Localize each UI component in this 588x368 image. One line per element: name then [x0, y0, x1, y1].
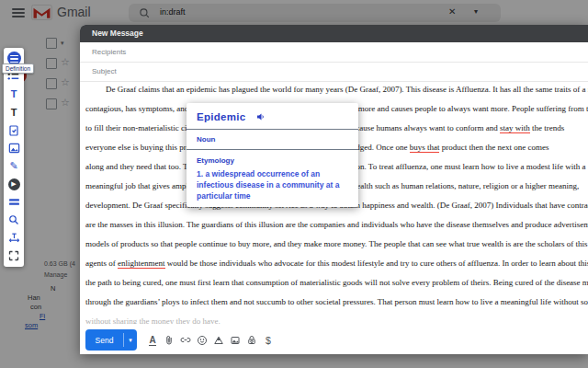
subject-placeholder: Subject — [92, 67, 117, 75]
definition-tooltip: Definition — [2, 63, 34, 74]
compose-title: New Message — [92, 29, 143, 38]
payment-icon[interactable]: $ — [263, 334, 274, 347]
body-line: without sharing the money they do have. — [85, 312, 588, 324]
subject-field[interactable]: Subject — [80, 62, 588, 82]
popup-divider — [187, 149, 358, 150]
insert-drive-file-icon[interactable] — [213, 334, 224, 347]
popup-definition: 1. a widespread occurrence of an infecti… — [197, 168, 349, 201]
send-button[interactable]: Send ▾ — [85, 329, 137, 351]
compose-bottom-toolbar: Send ▾ A — [80, 329, 588, 351]
extension-toolbar: T T ✎ ▶ — [4, 48, 24, 267]
text-style-blue-icon[interactable]: T — [6, 87, 21, 101]
draw-pencil-icon[interactable]: ✎ — [6, 159, 21, 173]
body-line: models of products so that people contin… — [85, 235, 588, 254]
popup-word: Epidemic — [197, 111, 246, 122]
popup-divider — [187, 129, 358, 130]
crop-capture-icon[interactable] — [6, 248, 21, 262]
insert-emoji-icon[interactable] — [197, 334, 208, 347]
popup-section-label: Etymology — [197, 156, 348, 165]
body-line: De Graaf claims that an epidemic has pla… — [85, 80, 588, 99]
formatting-options-icon[interactable]: A — [147, 334, 158, 347]
misspelled-word: buys that — [410, 143, 440, 153]
recipients-placeholder: Recipients — [92, 48, 126, 56]
definition-popup: Epidemic Noun Etymology 1. a widespread … — [187, 103, 358, 207]
zoom-search-icon[interactable] — [6, 213, 21, 227]
send-options-caret-icon[interactable]: ▾ — [124, 337, 137, 344]
highlight-lines-icon[interactable] — [6, 195, 21, 209]
send-label[interactable]: Send — [85, 336, 123, 345]
misspelled-word: enlightenment — [118, 259, 165, 269]
compose-header[interactable]: New Message — [80, 25, 588, 42]
play-tool-icon[interactable]: ▶ — [6, 178, 21, 191]
body-line: the path to being cured, one must first … — [85, 273, 588, 293]
image-tool-icon[interactable] — [6, 142, 21, 155]
clipboard-check-icon[interactable] — [6, 123, 21, 137]
recipients-field[interactable]: Recipients — [80, 42, 588, 63]
body-line: agents of enlightenment would be those i… — [85, 254, 588, 273]
misspelled-word: stay with — [500, 123, 530, 133]
text-style-black-icon[interactable]: T — [6, 106, 21, 120]
insert-link-icon[interactable] — [180, 334, 191, 347]
popup-part-of-speech: Noun — [197, 135, 348, 144]
body-line: are the masses in this illusion. The gua… — [85, 215, 588, 235]
insert-photo-icon[interactable] — [230, 334, 241, 347]
body-line: through the guardians’ ploys to infect t… — [85, 293, 588, 312]
pronounce-speaker-icon[interactable] — [255, 111, 266, 122]
text-width-icon[interactable] — [6, 231, 21, 245]
attach-file-icon[interactable] — [164, 334, 175, 347]
confidential-mode-icon[interactable] — [246, 334, 257, 347]
